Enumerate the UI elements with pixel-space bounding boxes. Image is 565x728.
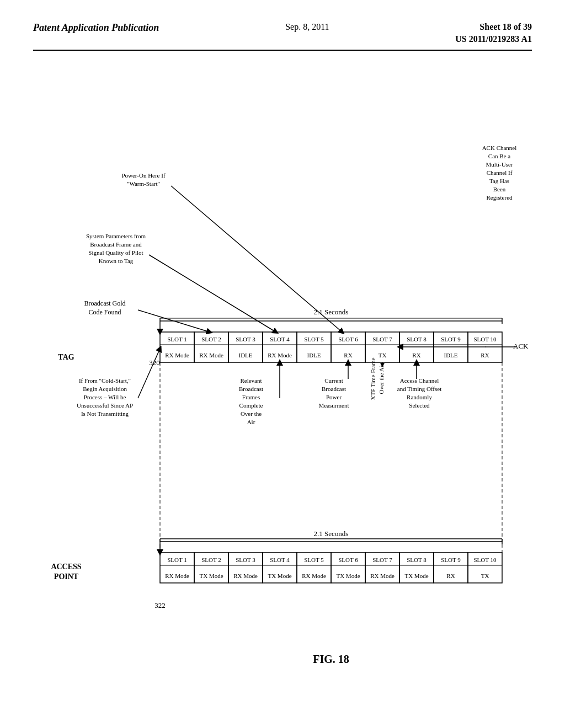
ap-slot6-mode: TX Mode: [336, 572, 360, 579]
ap-slot9-label: SLOT 9: [441, 556, 461, 563]
svg-line-52: [171, 186, 342, 332]
broadcast-gold-label2: Code Found: [88, 308, 121, 316]
ref-322: 322: [154, 601, 166, 609]
tag-slot3-label: SLOT 3: [236, 336, 255, 342]
ack-ch-1: ACK Channel: [482, 144, 517, 151]
relevant-2: Broadcast: [239, 386, 263, 392]
tag-slot5-label: SLOT 5: [304, 336, 324, 342]
ack-ch-2: Can Be a: [488, 153, 510, 159]
power-on-label2: "Warm-Start": [127, 180, 160, 187]
ap-label2: POINT: [54, 572, 79, 581]
tag-slot6-label: SLOT 6: [338, 336, 358, 342]
relevant-3: Frames: [242, 394, 260, 400]
ap-slot3-label: SLOT 3: [236, 556, 255, 563]
cold-start-2: Begin Acquisition: [83, 386, 127, 392]
tag-slot7-label: SLOT 7: [372, 336, 392, 342]
tag-slot4-mode: RX Mode: [268, 352, 292, 358]
page: Patent Application Publication Sep. 8, 2…: [0, 0, 565, 728]
tag-slot10-label: SLOT 10: [473, 336, 497, 342]
fig-label: FIG. 18: [313, 653, 349, 665]
tag-slot10-mode: RX: [481, 352, 489, 358]
ap-slot3-mode: RX Mode: [233, 572, 258, 579]
power-on-label: Power-On Here If: [121, 172, 166, 179]
ap-slot9-mode: RX: [446, 572, 455, 579]
ap-slot4-mode: TX Mode: [268, 572, 291, 579]
tag-slot8-mode: RX: [412, 352, 420, 358]
publication-title: Patent Application Publication: [33, 22, 159, 34]
ref-320: 320: [149, 358, 160, 367]
ap-slot7-mode: RX Mode: [370, 572, 395, 579]
tag-slot1-mode: RX Mode: [165, 352, 189, 358]
ack-label: ACK: [513, 342, 529, 350]
tag-slot1-label: SLOT 1: [167, 336, 187, 342]
tag-slot5-mode: IDLE: [307, 352, 321, 358]
current-2: Broadcast: [322, 386, 346, 392]
system-params-label2: Broadcast Frame and: [90, 241, 142, 248]
diagram-area: TAG SLOT 1 RX Mode SLOT 2 RX Mode SLOT 3…: [33, 67, 532, 702]
cold-start-1: If From "Cold-Start,": [79, 377, 131, 384]
current-4: Measurment: [319, 402, 349, 409]
ack-ch-6: Been: [493, 186, 506, 192]
system-params-label: System Parameters from: [86, 233, 146, 239]
page-header: Patent Application Publication Sep. 8, 2…: [33, 22, 532, 51]
relevant-4: Complete: [239, 402, 263, 409]
tag-slot8-label: SLOT 8: [407, 336, 427, 342]
patent-number: US 2011/0219283 A1: [455, 34, 532, 44]
current-3: Power: [326, 394, 342, 400]
xtf-label: XTF Time Frame: [370, 357, 376, 400]
diagram-svg: TAG SLOT 1 RX Mode SLOT 2 RX Mode SLOT 3…: [33, 67, 532, 702]
access-ch-4: Selected: [409, 402, 430, 409]
ap-slot8-label: SLOT 8: [407, 556, 427, 563]
seconds-21-bottom: 2.1 Seconds: [314, 529, 349, 538]
svg-line-53: [138, 349, 160, 398]
system-params-label3: Signal Quality of Pilot: [88, 249, 143, 256]
current-1: Current: [324, 377, 343, 384]
ap-slot1-label: SLOT 1: [167, 556, 187, 563]
ack-ch-4: Channel If: [487, 169, 513, 176]
tag-slot7-mode: TX: [379, 352, 387, 358]
sheet-number: Sheet 18 of 39: [479, 22, 532, 32]
publication-date: Sep. 8, 2011: [285, 22, 329, 32]
svg-line-51: [149, 255, 276, 332]
ap-slot1-mode: RX Mode: [165, 572, 189, 579]
ap-label: ACCESS: [51, 563, 81, 571]
ap-slot6-label: SLOT 6: [338, 556, 358, 563]
broadcast-gold-label: Broadcast Gold: [84, 299, 126, 307]
cold-start-3: Process – Will be: [84, 394, 126, 400]
tag-slot9-label: SLOT 9: [441, 336, 461, 342]
cold-start-5: Is Not Transmitting: [81, 410, 129, 417]
ap-slot2-label: SLOT 2: [201, 556, 221, 563]
relevant-6: Air: [247, 419, 255, 425]
access-ch-1: Access Channel: [400, 377, 439, 384]
tag-slot4-label: SLOT 4: [270, 336, 290, 342]
ap-slot10-mode: TX: [481, 572, 489, 579]
ack-ch-3: Multi-User: [486, 161, 513, 168]
tag-slot6-mode: RX: [344, 352, 352, 358]
tag-slot3-mode: IDLE: [238, 352, 252, 358]
ap-slot5-mode: RX Mode: [302, 572, 326, 579]
tag-slot9-mode: IDLE: [444, 352, 457, 358]
ap-slot8-mode: TX Mode: [404, 572, 428, 579]
ap-slot2-mode: TX Mode: [199, 572, 223, 579]
cold-start-4: Unsuccessful Since AP: [77, 402, 133, 409]
ap-slot7-label: SLOT 7: [372, 556, 392, 563]
relevant-5: Over the: [241, 410, 262, 417]
ack-ch-7: Registered: [486, 194, 513, 201]
access-ch-2: and Timing Offset: [397, 386, 441, 392]
ap-slot4-label: SLOT 4: [270, 556, 290, 563]
relevant-1: Relevant: [240, 377, 262, 384]
access-ch-3: Randomly: [407, 394, 432, 400]
ap-slot10-label: SLOT 10: [473, 556, 497, 563]
tag-label: TAG: [58, 353, 74, 361]
tag-slot2-mode: RX Mode: [199, 352, 223, 358]
xtf-label2: Over the Air: [378, 363, 385, 394]
system-params-label4: Known to Tag: [99, 258, 134, 264]
ap-slot5-label: SLOT 5: [304, 556, 324, 563]
ack-ch-5: Tag Has: [489, 178, 509, 184]
tag-slot2-label: SLOT 2: [201, 336, 221, 342]
